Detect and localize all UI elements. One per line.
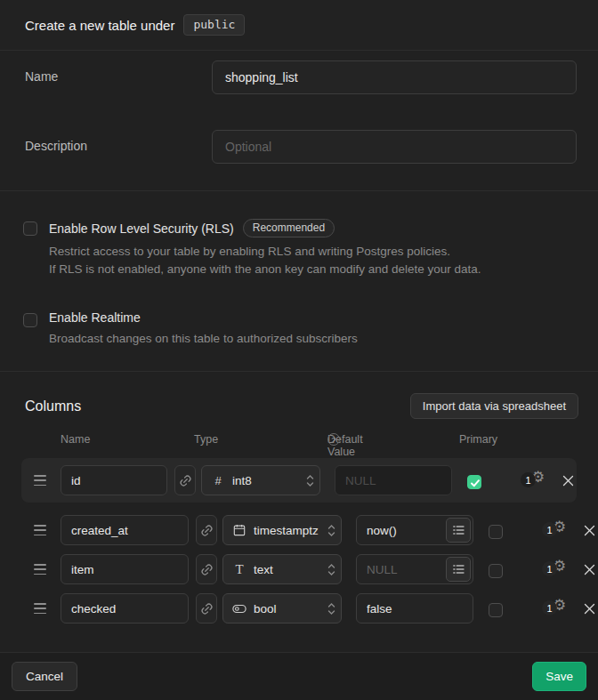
close-icon	[584, 603, 595, 615]
chevron-up-down-icon	[327, 602, 335, 616]
primary-checkbox[interactable]	[489, 603, 503, 617]
settings-count-badge: 1	[542, 600, 557, 616]
dialog-header: Create a new table under public	[0, 0, 598, 51]
column-settings-button[interactable]: ⚙ 1	[542, 560, 572, 578]
column-type-select[interactable]: bool	[222, 593, 342, 624]
column-settings-button[interactable]: ⚙ 1	[542, 521, 572, 539]
calendar-icon	[232, 524, 246, 536]
remove-column-button[interactable]	[559, 471, 577, 489]
foreign-key-link-icon[interactable]	[196, 515, 217, 545]
column-settings-button[interactable]: ⚙ 1	[542, 599, 572, 617]
dialog-footer: Cancel Save	[0, 652, 598, 700]
description-row: Description	[25, 130, 577, 164]
table-row: # int8 ⚙ 1	[21, 458, 577, 503]
drag-handle-icon[interactable]	[34, 564, 46, 575]
column-default-input	[335, 465, 452, 495]
table-name-input[interactable]	[212, 60, 577, 94]
rls-option: Enable Row Level Security (RLS) Recommen…	[23, 219, 573, 278]
chevron-up-down-icon	[306, 474, 314, 487]
close-icon	[584, 525, 595, 536]
options-section: Enable Row Level Security (RLS) Recommen…	[0, 191, 598, 372]
table-description-input[interactable]	[212, 130, 577, 164]
dialog-title: Create a new table under	[25, 18, 174, 33]
foreign-key-link-icon[interactable]	[196, 593, 217, 624]
close-icon	[584, 564, 595, 575]
name-row: Name	[25, 60, 577, 94]
default-value-suggestions-button[interactable]	[446, 557, 471, 582]
column-name-input[interactable]	[61, 593, 189, 624]
save-button[interactable]: Save	[532, 662, 586, 691]
column-settings-button[interactable]: ⚙ 1	[521, 471, 551, 489]
list-icon	[453, 525, 465, 535]
hash-icon: #	[211, 474, 225, 487]
settings-count-badge: 1	[521, 472, 536, 487]
rls-checkbox[interactable]	[23, 221, 37, 236]
remove-column-button[interactable]	[580, 599, 598, 617]
realtime-description: Broadcast changes on this table to autho…	[49, 330, 358, 348]
primary-checkbox[interactable]	[467, 475, 481, 489]
columns-header-row: Name Type Default Value ? Primary	[0, 433, 598, 447]
realtime-option: Enable Realtime Broadcast changes on thi…	[23, 310, 573, 348]
drag-handle-icon[interactable]	[34, 603, 46, 614]
chevron-up-down-icon	[327, 563, 335, 576]
column-name-input[interactable]	[61, 554, 189, 584]
list-icon	[453, 564, 465, 575]
rls-description: Restrict access to your table by enablin…	[49, 243, 481, 278]
column-type-select[interactable]: T text	[222, 554, 342, 584]
general-section: Name Description	[0, 51, 598, 191]
remove-column-button[interactable]	[580, 560, 598, 578]
name-label: Name	[25, 60, 212, 84]
recommended-badge: Recommended	[243, 219, 335, 237]
column-default-input[interactable]	[356, 593, 473, 624]
create-table-dialog: Create a new table under public Name Des…	[0, 0, 598, 700]
check-icon	[470, 478, 481, 488]
toggle-icon	[232, 604, 246, 614]
description-label: Description	[25, 130, 212, 153]
settings-count-badge: 1	[542, 522, 557, 537]
text-icon: T	[232, 562, 246, 577]
help-icon[interactable]: ?	[327, 433, 340, 446]
column-type-select[interactable]: timestamptz	[222, 515, 342, 545]
columns-title: Columns	[25, 398, 81, 414]
schema-badge: public	[183, 14, 245, 36]
drag-handle-icon[interactable]	[34, 475, 46, 486]
foreign-key-link-icon[interactable]	[196, 554, 217, 584]
default-value-suggestions-button[interactable]	[446, 518, 471, 543]
column-header-name: Name	[61, 433, 90, 446]
column-name-input[interactable]	[61, 515, 189, 545]
primary-checkbox[interactable]	[489, 564, 503, 578]
foreign-key-link-icon[interactable]	[174, 465, 196, 495]
table-row: timestamptz ⚙ 1	[0, 515, 598, 545]
drag-handle-icon[interactable]	[34, 525, 46, 535]
table-row: T text ⚙ 1	[0, 554, 598, 584]
rls-label: Enable Row Level Security (RLS)	[49, 221, 234, 236]
column-header-primary: Primary	[459, 433, 497, 446]
columns-section: Columns Import data via spreadsheet Name…	[0, 372, 598, 652]
column-name-input[interactable]	[61, 465, 167, 495]
primary-checkbox[interactable]	[489, 525, 503, 539]
chevron-up-down-icon	[327, 524, 335, 537]
column-type-select[interactable]: # int8	[201, 465, 320, 495]
remove-column-button[interactable]	[580, 521, 598, 539]
table-row: bool ⚙ 1	[0, 593, 598, 624]
column-header-type: Type	[194, 433, 218, 446]
import-spreadsheet-button[interactable]: Import data via spreadsheet	[410, 393, 578, 419]
cancel-button[interactable]: Cancel	[12, 662, 77, 691]
realtime-checkbox[interactable]	[23, 313, 37, 327]
close-icon	[562, 475, 574, 487]
realtime-label: Enable Realtime	[49, 310, 141, 325]
settings-count-badge: 1	[542, 561, 557, 576]
